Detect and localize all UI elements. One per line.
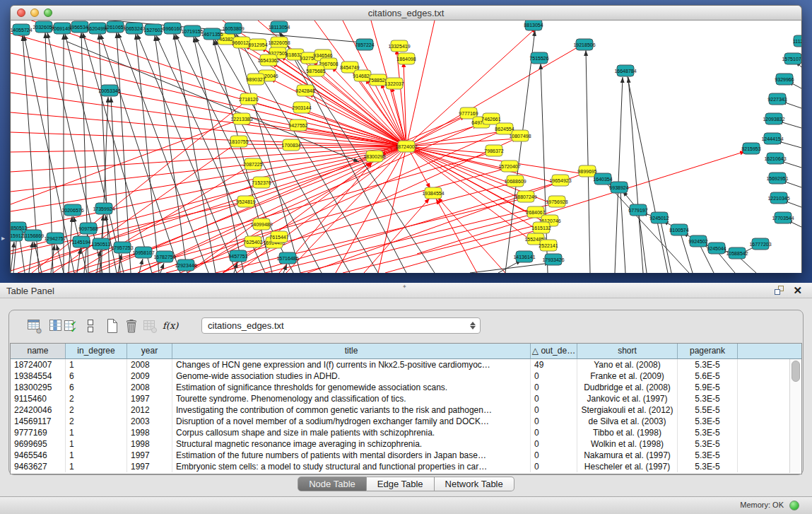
table-cell-title[interactable]: Disruption of a novel member of a sodium… — [172, 416, 531, 427]
table-row[interactable]: 1830029562008Estimation of significance … — [11, 382, 801, 393]
network-node[interactable]: 20206576 — [61, 204, 83, 216]
table-panel-titlebar[interactable]: Table Panel ✦ ✕ — [0, 283, 812, 298]
table-cell-year[interactable]: 1998 — [127, 427, 172, 438]
tab-node-table[interactable]: Node Table — [298, 477, 367, 491]
table-cell-short[interactable]: Dudbridge et al. (2008) — [577, 382, 678, 393]
table-cell-title[interactable]: Corpus callosum shape and size in male p… — [172, 427, 531, 438]
table-settings-icon[interactable]: ⚙ — [25, 317, 44, 335]
row-check-icon[interactable]: ✔ ✔ — [62, 317, 81, 335]
network-node[interactable]: 15692951 — [766, 173, 788, 184]
column-header-short[interactable]: short — [577, 344, 678, 359]
table-cell-year[interactable]: 1997 — [127, 461, 172, 472]
network-edge[interactable] — [436, 199, 477, 273]
network-edge[interactable] — [11, 132, 406, 146]
table-cell-pagerank[interactable]: 5.5E-5 — [678, 404, 738, 416]
network-node[interactable]: 9427552 — [288, 119, 307, 131]
table-cell-name[interactable]: 9699695 — [11, 438, 66, 450]
network-edge[interactable] — [57, 245, 64, 273]
network-node[interactable]: 16543362 — [257, 54, 279, 66]
network-node[interactable]: 1864098 — [396, 53, 416, 64]
network-node[interactable]: 18300295 — [363, 151, 385, 162]
network-node[interactable]: 18113054 — [269, 21, 290, 33]
network-edge[interactable] — [406, 28, 536, 146]
network-node[interactable]: 17703544 — [772, 212, 794, 223]
network-edge[interactable] — [378, 146, 406, 273]
network-node[interactable]: 19384554 — [422, 187, 444, 199]
float-panel-icon[interactable] — [774, 285, 784, 296]
table-row[interactable]: 946362711997Embryonic stem cells: a mode… — [11, 461, 801, 472]
network-node[interactable]: 1350513 — [91, 238, 110, 250]
network-node[interactable]: 9227343 — [767, 93, 787, 105]
network-node[interactable]: 1615132 — [531, 222, 551, 233]
column-header-pagerank[interactable]: pagerank — [678, 344, 738, 359]
network-node[interactable]: 7625402 — [243, 236, 262, 247]
column-header-out_degree[interactable]: △ out_de… — [531, 344, 577, 359]
table-scrollbar[interactable] — [789, 359, 801, 473]
table-cell-out_degree[interactable]: 0 — [531, 438, 577, 450]
table-cell-name[interactable]: 18724007 — [11, 359, 66, 370]
network-node[interactable]: 9245044 — [707, 243, 726, 254]
table-cell-pagerank[interactable]: 5.9E-5 — [678, 382, 738, 393]
network-node[interactable]: 20053346 — [98, 85, 120, 96]
table-row[interactable]: 969969511998Structural magnetic resonanc… — [11, 438, 801, 450]
table-cell-name[interactable]: 9463627 — [11, 461, 66, 472]
network-edge[interactable] — [385, 230, 539, 273]
table-cell-title[interactable]: Embryonic stem cells: a model to study s… — [172, 461, 531, 472]
table-scrollbar-thumb[interactable] — [792, 361, 800, 382]
network-node[interactable]: 1700834 — [281, 139, 300, 151]
table-cell-year[interactable]: 1997 — [127, 450, 172, 461]
network-node[interactable]: 12213383 — [230, 113, 252, 124]
network-edge[interactable] — [83, 33, 152, 273]
table-cell-in_degree[interactable]: 6 — [66, 382, 127, 393]
tab-network-table[interactable]: Network Table — [435, 477, 514, 491]
table-cell-in_degree[interactable]: 1 — [66, 450, 127, 461]
network-node[interactable]: 18724007 — [395, 141, 417, 152]
table-cell-in_degree[interactable]: 2 — [66, 393, 127, 404]
rows-icon[interactable] — [81, 317, 100, 335]
table-cell-name[interactable]: 22420046 — [11, 404, 66, 416]
network-node[interactable]: 15720407 — [498, 160, 520, 172]
network-node[interactable]: 1322037 — [384, 78, 404, 89]
network-node[interactable]: 10719155 — [181, 25, 203, 37]
network-node[interactable]: 1527602 — [143, 24, 163, 35]
network-node[interactable]: 2903144 — [292, 102, 311, 113]
network-edge[interactable] — [136, 34, 159, 273]
network-node[interactable]: 8813054 — [524, 21, 543, 30]
network-node[interactable]: 10588542 — [726, 247, 748, 259]
network-node[interactable]: 6779197 — [628, 204, 647, 216]
network-node[interactable]: 7857224 — [355, 39, 374, 50]
table-cell-in_degree[interactable]: 2 — [66, 416, 127, 427]
table-cell-title[interactable]: Genome-wide association studies in ADHD. — [172, 370, 531, 382]
network-edge[interactable] — [586, 50, 590, 273]
table-cell-pagerank[interactable]: 5.6E-5 — [678, 370, 738, 382]
table-cell-short[interactable]: Wolkin et al. (1998) — [577, 438, 678, 450]
network-node[interactable]: 9457751 — [228, 250, 247, 262]
network-node[interactable]: 14671355 — [201, 28, 223, 40]
close-panel-icon[interactable]: ✕ — [793, 285, 802, 296]
network-node[interactable]: 9242848 — [295, 85, 314, 96]
table-cell-name[interactable]: 18300295 — [11, 382, 66, 393]
network-edge[interactable] — [69, 216, 72, 273]
network-node[interactable]: 7615447 — [269, 231, 288, 243]
network-node[interactable]: 19218506 — [573, 39, 595, 50]
network-edge[interactable] — [11, 146, 406, 211]
network-node[interactable]: 19654923 — [549, 175, 571, 186]
network-node[interactable]: 2087225 — [243, 158, 262, 170]
network-node[interactable]: 12942757 — [44, 233, 66, 244]
network-node[interactable]: 14136141 — [513, 251, 535, 262]
panel-collapse-arrow[interactable]: ▸ — [1, 235, 5, 242]
network-node[interactable]: 7515526 — [529, 52, 548, 64]
table-row[interactable]: 977716911998Corpus callosum shape and si… — [11, 427, 801, 438]
memory-status-indicator[interactable] — [789, 501, 799, 510]
table-row[interactable]: 946554611997Estimation of the future num… — [11, 450, 801, 461]
network-node[interactable]: 16648784 — [614, 65, 636, 76]
table-cell-pagerank[interactable]: 5.3E-5 — [678, 450, 738, 461]
table-cell-year[interactable]: 2008 — [127, 359, 172, 370]
network-node[interactable]: 17957253 — [111, 242, 133, 253]
network-node[interactable]: 9890327 — [246, 74, 265, 85]
column-header-year[interactable]: year — [127, 344, 172, 359]
table-cell-name[interactable]: 9465546 — [11, 450, 66, 461]
network-node[interactable]: 14055724 — [11, 24, 33, 35]
table-cell-short[interactable]: Jankovic et al. (1997) — [577, 393, 678, 404]
table-cell-out_degree[interactable]: 0 — [531, 370, 577, 382]
